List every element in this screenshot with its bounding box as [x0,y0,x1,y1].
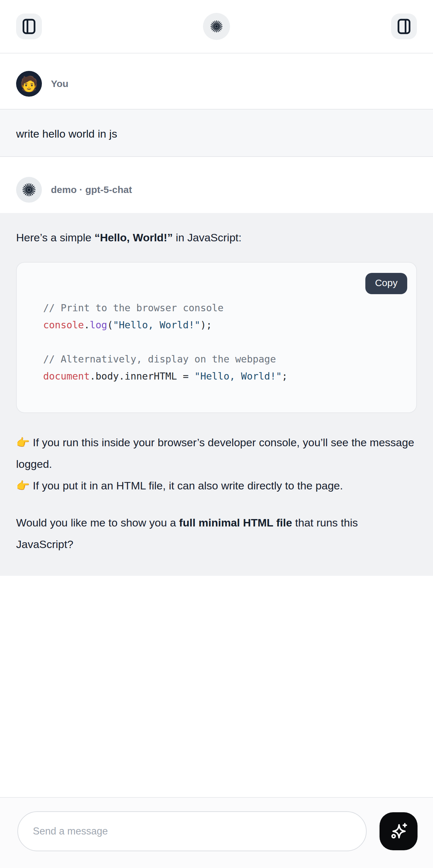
user-message-turn: 🧑 You write hello world in js [0,54,433,157]
code-block: Copy // Print to the browser console con… [16,262,417,413]
sidebar-right-toggle-button[interactable] [391,13,417,39]
user-avatar-emoji: 🧑 [20,76,38,91]
intro-suffix: in JavaScript: [173,231,242,244]
composer-bar [0,797,433,868]
assistant-avatar [16,177,42,203]
top-bar [0,0,433,54]
starburst-icon [210,20,223,33]
assistant-message-body: Here’s a simple “Hello, World!” in JavaS… [0,213,433,576]
assistant-paragraph-followup: Would you like me to show you a full min… [16,512,417,555]
model-starburst-button[interactable] [203,13,230,40]
assistant-message-header: demo · gpt-5-chat [0,177,433,203]
sidebar-left-toggle-button[interactable] [16,13,42,39]
starburst-icon [22,182,36,197]
intro-prefix: Here’s a simple [16,231,94,244]
panel-right-icon [397,19,411,34]
assistant-paragraph-tips: 👉 If you run this inside your browser’s … [16,432,417,497]
user-message-bubble: write hello world in js [0,109,433,157]
intro-bold: “Hello, World!” [94,231,173,244]
assistant-sender-label: demo · gpt-5-chat [51,184,132,195]
followup-bold: full minimal HTML file [179,517,292,529]
user-message-header: 🧑 You [0,71,433,97]
tip-line-1: 👉 If you run this inside your browser’s … [16,436,414,470]
code-block-content: // Print to the browser console console.… [43,299,403,385]
assistant-message-turn: demo · gpt-5-chat Here’s a simple “Hello… [0,177,433,576]
send-button[interactable] [379,812,417,850]
followup-prefix: Would you like me to show you a [16,517,179,529]
copy-code-button[interactable]: Copy [365,273,407,294]
tip-line-2: 👉 If you put it in an HTML file, it can … [16,479,343,492]
chat-app: 🧑 You write hello world in js demo · gpt… [0,0,433,868]
empty-scroll-space [0,576,433,797]
sparkle-send-icon [388,821,409,842]
message-input[interactable] [18,811,367,851]
user-avatar: 🧑 [16,71,42,97]
panel-left-icon [22,19,36,34]
user-sender-label: You [51,78,68,89]
chat-scroll-area: 🧑 You write hello world in js demo · gpt… [0,54,433,576]
user-message-text: write hello world in js [16,128,417,140]
assistant-intro-text: Here’s a simple “Hello, World!” in JavaS… [16,228,417,246]
